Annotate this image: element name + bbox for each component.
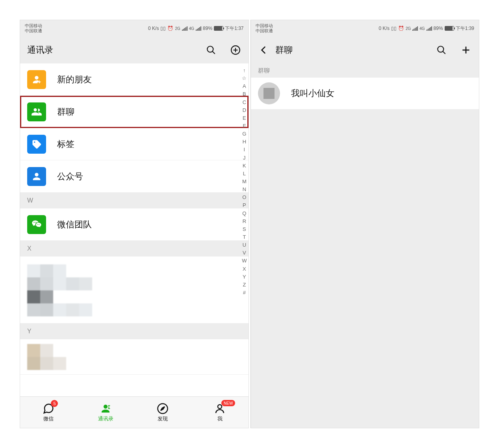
index-letter[interactable]: C [243, 99, 246, 106]
net-speed: 0 K/s [379, 26, 390, 31]
menu-tags[interactable]: 标签 [20, 128, 249, 160]
tab-label: 我 [217, 415, 223, 422]
index-letter[interactable]: F [243, 122, 246, 130]
index-letter[interactable]: N [243, 186, 246, 193]
clock-time: 下午1:39 [456, 25, 474, 32]
tab-chats[interactable]: 5 微信 [20, 397, 77, 428]
search-button[interactable] [436, 44, 447, 56]
index-letter[interactable]: U [243, 241, 246, 249]
tab-me[interactable]: NEW 我 [191, 397, 249, 428]
group-chat-icon [27, 102, 46, 121]
svg-marker-7 [161, 407, 165, 411]
contacts-list[interactable]: 新的朋友 群聊 标签 公众号 W [20, 63, 249, 396]
contact-wechat-team[interactable]: 微信团队 [20, 208, 249, 241]
index-letter[interactable]: ↑ [243, 67, 246, 74]
official-icon [27, 167, 46, 186]
menu-label: 新的朋友 [57, 74, 92, 86]
contact-blurred-2[interactable] [20, 339, 249, 375]
carrier-1: 中国移动 [25, 23, 42, 28]
index-letter[interactable]: O [242, 193, 246, 201]
compass-icon [157, 403, 169, 415]
page-header: 通讯录 [20, 37, 249, 63]
svg-line-10 [443, 51, 445, 54]
page-header: 群聊 [251, 37, 479, 63]
menu-group-chat[interactable]: 群聊 [20, 96, 249, 128]
plus-circle-icon [230, 45, 241, 55]
index-letter[interactable]: R [243, 217, 246, 225]
index-letter[interactable]: D [243, 106, 246, 114]
group-chat-item[interactable]: 我叫小仙女 [251, 78, 479, 109]
group-chat-screen: 中国移动 中国联通 0 K/s ▯▯ ⏰ 2G 4G 89% 下午1:39 群聊 [250, 20, 480, 428]
bottom-tabbar: 5 微信 通讯录 发现 NEW 我 [20, 396, 249, 428]
back-button[interactable] [258, 44, 270, 56]
contact-blurred-1[interactable] [20, 257, 249, 323]
blurred-content [27, 344, 67, 370]
svg-point-9 [438, 46, 443, 52]
index-letter[interactable]: Q [242, 210, 246, 217]
new-friends-icon [27, 70, 46, 89]
index-letter[interactable]: M [242, 178, 247, 186]
page-title: 群聊 [275, 44, 430, 56]
contacts-screen: 中国移动 中国联通 0 K/s ▯▯ ⏰ 2G 4G 89% 下午1:37 通讯… [20, 20, 249, 428]
index-letter[interactable]: H [243, 138, 246, 146]
index-letter[interactable]: ☆ [242, 74, 247, 82]
plus-icon [461, 45, 471, 55]
index-letter[interactable]: Y [243, 273, 246, 281]
status-bar: 中国移动 中国联通 0 K/s ▯▯ ⏰ 2G 4G 89% 下午1:37 [20, 20, 249, 37]
group-section-header: 群聊 [251, 63, 479, 78]
add-button[interactable] [230, 44, 241, 56]
alpha-index[interactable]: ↑☆ABCDEFGHIJKLMNOPQRSTUVWXYZ# [242, 67, 247, 297]
index-letter[interactable]: P [243, 201, 246, 209]
section-header-w: W [20, 193, 249, 208]
search-button[interactable] [205, 44, 217, 56]
index-letter[interactable]: # [243, 289, 246, 297]
index-letter[interactable]: E [243, 114, 246, 122]
carrier-2: 中国联通 [256, 28, 273, 33]
index-letter[interactable]: K [243, 162, 246, 170]
signal-2-icon [196, 26, 201, 31]
section-header-x: X [20, 241, 249, 257]
net-2g: 2G [406, 26, 411, 31]
index-letter[interactable]: X [243, 265, 246, 273]
svg-point-8 [218, 405, 222, 409]
battery-pct: 89% [203, 26, 212, 31]
svg-point-5 [39, 81, 40, 82]
index-letter[interactable]: L [243, 170, 246, 178]
battery-pct: 89% [434, 26, 443, 31]
index-letter[interactable]: G [242, 130, 246, 138]
group-avatar [258, 82, 280, 104]
tab-label: 微信 [43, 415, 54, 422]
chevron-left-icon [259, 45, 269, 55]
me-badge: NEW [221, 400, 235, 406]
index-letter[interactable]: I [244, 146, 245, 154]
clock-time: 下午1:37 [225, 25, 243, 32]
alarm-icon: ⏰ [167, 26, 173, 31]
svg-line-1 [212, 51, 215, 54]
add-button[interactable] [460, 44, 472, 56]
index-letter[interactable]: S [243, 225, 246, 233]
menu-new-friends[interactable]: 新的朋友 [20, 63, 249, 96]
contacts-icon [100, 403, 111, 415]
index-letter[interactable]: Z [243, 281, 246, 289]
index-letter[interactable]: B [243, 90, 246, 98]
menu-official-accounts[interactable]: 公众号 [20, 160, 249, 193]
index-letter[interactable]: A [243, 82, 246, 90]
vibrate-icon: ▯▯ [391, 26, 397, 31]
index-letter[interactable]: J [243, 154, 246, 162]
svg-point-0 [207, 46, 213, 52]
tab-contacts[interactable]: 通讯录 [77, 397, 134, 428]
tab-discover[interactable]: 发现 [134, 397, 191, 428]
signal-2-icon [427, 26, 432, 31]
tab-label: 通讯录 [98, 415, 113, 422]
section-header-y: Y [20, 323, 249, 339]
status-bar: 中国移动 中国联通 0 K/s ▯▯ ⏰ 2G 4G 89% 下午1:39 [251, 20, 479, 37]
signal-1-icon [182, 26, 187, 31]
menu-label: 公众号 [57, 171, 83, 182]
index-letter[interactable]: V [243, 249, 246, 257]
index-letter[interactable]: W [242, 257, 247, 265]
blurred-content [27, 264, 106, 316]
battery-icon [445, 26, 454, 31]
alarm-icon: ⏰ [398, 26, 404, 31]
index-letter[interactable]: T [243, 233, 246, 241]
chat-badge: 5 [51, 400, 58, 407]
